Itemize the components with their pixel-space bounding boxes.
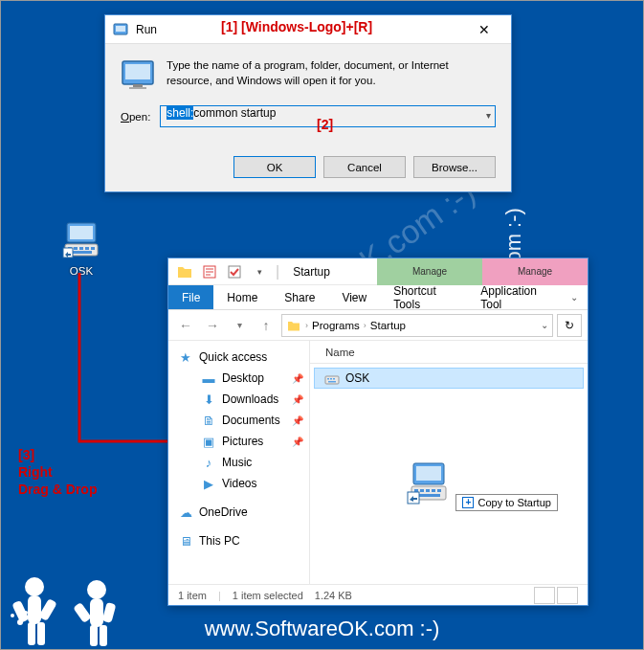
svg-rect-46 — [437, 489, 441, 492]
svg-point-13 — [11, 614, 14, 617]
sidebar-quick-access[interactable]: ★Quick access — [168, 347, 309, 368]
column-header-name[interactable]: Name — [310, 341, 588, 364]
context-tab-shortcut[interactable]: Manage — [377, 258, 482, 285]
pin-icon: 📌 — [292, 415, 303, 426]
close-button[interactable]: ✕ — [465, 16, 503, 43]
svg-rect-26 — [74, 247, 78, 250]
breadcrumb[interactable]: › Programs › Startup ⌄ — [281, 314, 553, 337]
breadcrumb-startup[interactable]: Startup — [370, 320, 406, 331]
explorer-titlebar[interactable]: ▾ | Startup Manage Manage — [168, 258, 588, 285]
status-count: 1 item — [178, 590, 207, 601]
ribbon-view[interactable]: View — [328, 285, 380, 309]
svg-rect-19 — [125, 64, 150, 79]
annotation-1: [1] [Windows-Logo]+[R] — [221, 19, 372, 34]
svg-rect-27 — [79, 247, 83, 250]
back-button[interactable]: ← — [174, 314, 197, 337]
forward-button[interactable]: → — [201, 314, 224, 337]
svg-rect-44 — [426, 489, 430, 492]
history-dropdown[interactable]: ▾ — [228, 314, 251, 337]
cancel-button[interactable]: Cancel — [323, 156, 406, 178]
svg-rect-37 — [333, 378, 335, 380]
qat-dropdown-icon[interactable]: ▾ — [249, 261, 270, 282]
downloads-icon: ⬇ — [201, 392, 216, 407]
ribbon-app-tools[interactable]: Application Tool — [467, 285, 561, 309]
file-list[interactable]: OSK + Copy to Startup — [310, 364, 588, 584]
pictures-icon: ▣ — [201, 434, 216, 449]
svg-rect-11 — [100, 625, 107, 646]
refresh-button[interactable]: ↻ — [557, 314, 582, 337]
sidebar-this-pc[interactable]: 🖥This PC — [168, 530, 309, 551]
svg-rect-21 — [129, 87, 146, 89]
open-label: Open: — [121, 111, 150, 123]
ribbon-shortcut-tools[interactable]: Shortcut Tools — [380, 285, 467, 309]
watermark-bottom: www.SoftwareOK.com :-) — [205, 616, 440, 641]
annotation-3c: Drag & Drop — [18, 482, 97, 497]
plus-icon: + — [462, 497, 474, 508]
sidebar-pictures[interactable]: ▣Pictures📌 — [168, 431, 309, 452]
sidebar-music[interactable]: ♪Music — [168, 452, 309, 473]
browse-button[interactable]: Browse... — [413, 156, 496, 178]
desktop-icon-label: OSK — [55, 265, 108, 277]
ribbon-home[interactable]: Home — [213, 285, 271, 309]
svg-rect-43 — [420, 489, 424, 492]
desktop-shortcut-osk[interactable]: OSK — [55, 219, 108, 277]
properties-icon[interactable] — [199, 261, 220, 282]
ok-button[interactable]: OK — [233, 156, 316, 178]
sidebar-videos[interactable]: ▶Videos — [168, 473, 309, 494]
file-item-label: OSK — [345, 371, 369, 385]
svg-rect-29 — [91, 247, 95, 250]
svg-rect-10 — [90, 625, 98, 646]
ribbon-share[interactable]: Share — [271, 285, 328, 309]
content-pane: Name OSK + Cop — [310, 341, 588, 584]
svg-rect-47 — [417, 494, 440, 497]
run-program-icon — [121, 57, 155, 92]
pin-icon: 📌 — [292, 437, 303, 447]
separator: | — [276, 263, 279, 280]
pc-icon: 🖥 — [178, 533, 193, 549]
svg-rect-8 — [73, 602, 92, 623]
view-details-button[interactable] — [534, 587, 555, 604]
status-size: 1.24 KB — [315, 590, 352, 601]
context-tab-app[interactable]: Manage — [482, 258, 588, 285]
sidebar-onedrive[interactable]: ☁OneDrive — [168, 502, 309, 523]
breadcrumb-dropdown[interactable]: ⌄ — [541, 320, 548, 330]
ribbon-file[interactable]: File — [168, 285, 213, 309]
dropdown-icon[interactable]: ▾ — [486, 110, 491, 121]
svg-point-6 — [87, 580, 106, 599]
view-icons-button[interactable] — [557, 587, 578, 604]
svg-rect-35 — [327, 378, 329, 380]
pin-icon: 📌 — [292, 394, 303, 405]
svg-rect-40 — [416, 466, 441, 481]
separator: | — [218, 590, 221, 601]
svg-rect-20 — [133, 84, 143, 87]
svg-rect-34 — [325, 376, 339, 384]
run-description: Type the name of a program, folder, docu… — [167, 57, 496, 92]
drag-cursor: + Copy to Startup — [406, 459, 558, 511]
svg-point-15 — [16, 607, 20, 611]
svg-rect-5 — [37, 622, 45, 645]
nav-bar: ← → ▾ ↑ › Programs › Startup ⌄ ↻ — [168, 310, 588, 341]
breadcrumb-folder-icon — [286, 318, 301, 333]
folder-icon[interactable] — [174, 261, 195, 282]
svg-rect-33 — [229, 266, 240, 278]
run-icon — [113, 22, 128, 37]
svg-point-0 — [25, 577, 44, 596]
svg-rect-4 — [28, 622, 35, 645]
sidebar-downloads[interactable]: ⬇Downloads📌 — [168, 389, 309, 410]
up-button[interactable]: ↑ — [255, 314, 278, 337]
breadcrumb-programs[interactable]: Programs — [312, 320, 360, 331]
annotation-2: [2] — [317, 117, 333, 132]
videos-icon: ▶ — [201, 476, 216, 491]
svg-rect-36 — [330, 378, 332, 380]
svg-rect-23 — [70, 226, 93, 239]
svg-rect-38 — [328, 381, 336, 383]
svg-rect-1 — [28, 595, 41, 624]
ribbon-expand-icon[interactable]: ⌄ — [561, 285, 588, 309]
run-dialog: Run ✕ Type the name of a program, folder… — [104, 14, 512, 192]
file-item-osk[interactable]: OSK — [314, 368, 584, 389]
sidebar-documents[interactable]: 🗎Documents📌 — [168, 410, 309, 431]
checkbox-icon[interactable] — [224, 261, 245, 282]
window-title: Startup — [293, 265, 377, 279]
sidebar-desktop[interactable]: ▬Desktop📌 — [168, 368, 309, 389]
svg-rect-9 — [102, 602, 117, 623]
